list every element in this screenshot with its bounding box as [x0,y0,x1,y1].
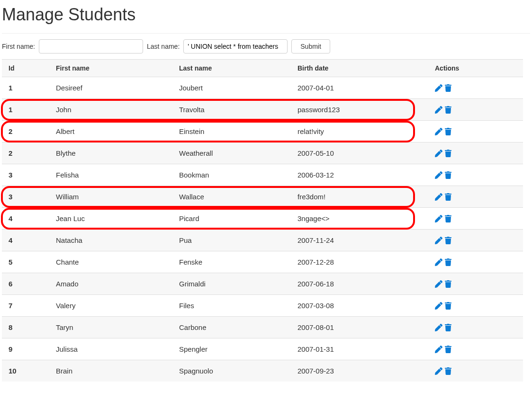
page-title: Manage Students [2,5,530,25]
edit-icon[interactable] [435,367,442,375]
cell-actions [428,186,523,208]
last-name-input[interactable] [183,39,288,53]
cell-id: 6 [2,273,49,295]
trash-icon[interactable] [444,346,452,353]
trash-icon[interactable] [444,302,452,310]
col-birth-date: Birth date [291,60,428,77]
cell-birth-date: 2007-09-23 [291,360,428,382]
last-name-label: Last name: [147,43,180,50]
table-row: 4NatachaPua2007-11-24 [2,230,530,251]
table-row: 6AmadoGrimaldi2007-06-18 [2,273,530,295]
cell-birth-date: 2007-01-31 [291,338,428,360]
edit-icon[interactable] [435,324,442,331]
cell-last-name: Bookman [172,164,291,186]
first-name-input[interactable] [39,39,143,53]
table-row: 10BrainSpagnuolo2007-09-23 [2,360,530,382]
edit-icon[interactable] [435,302,442,310]
table-row: 2BlytheWeatherall2007-05-10 [2,142,530,164]
edit-icon[interactable] [435,150,442,157]
cell-id: 9 [2,338,49,360]
first-name-label: First name: [2,43,35,50]
trash-icon[interactable] [444,367,452,375]
edit-icon[interactable] [435,237,442,244]
cell-first-name: Taryn [49,317,172,338]
table-header-row: Id First name Last name Birth date Actio… [2,60,530,77]
cell-first-name: Amado [49,273,172,295]
cell-birth-date: password123 [291,99,428,121]
cell-last-name: Files [172,295,291,317]
cell-birth-date: 2006-03-12 [291,164,428,186]
edit-icon[interactable] [435,171,442,179]
trash-icon[interactable] [444,106,452,114]
trash-icon[interactable] [444,150,452,157]
cell-id: 2 [2,121,49,142]
cell-first-name: Julissa [49,338,172,360]
cell-birth-date: fre3dom! [291,186,428,208]
edit-icon[interactable] [435,84,442,92]
table-row: 8TarynCarbone2007-08-01 [2,317,530,338]
cell-first-name: Albert [49,121,172,142]
trash-icon[interactable] [444,280,452,288]
cell-first-name: Brain [49,360,172,382]
col-id: Id [2,60,49,77]
col-actions: Actions [428,60,523,77]
trash-icon[interactable] [444,193,452,201]
trash-icon[interactable] [444,171,452,179]
table-row: 7ValeryFiles2007-03-08 [2,295,530,317]
edit-icon[interactable] [435,193,442,201]
cell-actions [428,164,523,186]
trash-icon[interactable] [444,324,452,331]
edit-icon[interactable] [435,280,442,288]
cell-actions [428,338,523,360]
divider [2,33,530,34]
trash-icon[interactable] [444,237,452,244]
cell-id: 1 [2,99,49,121]
edit-icon[interactable] [435,215,442,222]
table-row: 9JulissaSpengler2007-01-31 [2,338,530,360]
cell-actions [428,317,523,338]
edit-icon[interactable] [435,346,442,353]
cell-birth-date: relat!vity [291,121,428,142]
cell-actions [428,273,523,295]
cell-actions [428,142,523,164]
cell-first-name: Jean Luc [49,208,172,230]
cell-last-name: Carbone [172,317,291,338]
cell-first-name: William [49,186,172,208]
edit-icon[interactable] [435,106,442,114]
trash-icon[interactable] [444,258,452,266]
cell-actions [428,230,523,251]
cell-first-name: Chante [49,251,172,273]
cell-birth-date: 3ngage<> [291,208,428,230]
cell-last-name: Spengler [172,338,291,360]
cell-birth-date: 2007-12-28 [291,251,428,273]
cell-birth-date: 2007-11-24 [291,230,428,251]
cell-last-name: Joubert [172,77,291,99]
cell-actions [428,208,523,230]
submit-button[interactable]: Submit [291,39,330,53]
cell-first-name: Felisha [49,164,172,186]
cell-id: 7 [2,295,49,317]
trash-icon[interactable] [444,128,452,135]
cell-birth-date: 2007-08-01 [291,317,428,338]
cell-id: 2 [2,142,49,164]
cell-id: 1 [2,77,49,99]
edit-icon[interactable] [435,128,442,135]
cell-id: 4 [2,230,49,251]
trash-icon[interactable] [444,84,452,92]
cell-id: 5 [2,251,49,273]
cell-first-name: John [49,99,172,121]
cell-birth-date: 2007-04-01 [291,77,428,99]
table-row: 1DesireefJoubert2007-04-01 [2,77,530,99]
cell-last-name: Fenske [172,251,291,273]
trash-icon[interactable] [444,215,452,222]
edit-icon[interactable] [435,258,442,266]
cell-first-name: Blythe [49,142,172,164]
table-row: 5ChanteFenske2007-12-28 [2,251,530,273]
table-row: 1JohnTravoltapassword123 [2,99,530,121]
table-row: 4Jean LucPicard3ngage<> [2,208,530,230]
cell-last-name: Wallace [172,186,291,208]
cell-first-name: Natacha [49,230,172,251]
cell-first-name: Valery [49,295,172,317]
cell-last-name: Travolta [172,99,291,121]
cell-id: 10 [2,360,49,382]
